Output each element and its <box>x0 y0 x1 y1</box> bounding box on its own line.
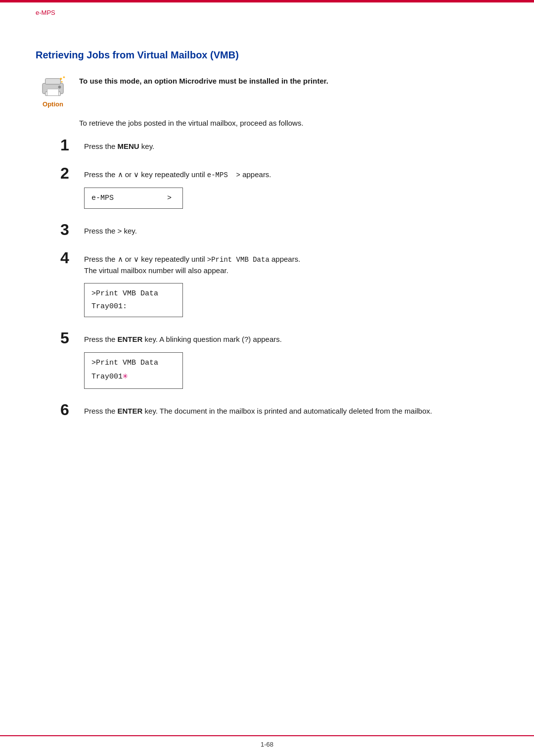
step-4-lcd: >Print VMB Data Tray001: <box>84 283 183 317</box>
option-notice-text: To use this mode, an option Microdrive m… <box>79 75 498 85</box>
step-5-lcd: >Print VMB Data Tray001✳ <box>84 352 183 389</box>
step-4-content: Press the ∧ or ∨ key repeatedly until >P… <box>84 252 498 323</box>
step-5: 5 Press the ENTER key. A blinking questi… <box>60 332 498 394</box>
option-label: Option <box>43 100 63 108</box>
step-5-lcd-line1: >Print VMB Data <box>91 357 176 370</box>
step-2-lcd-line1: e-MPS > <box>91 192 176 205</box>
top-rule <box>0 0 534 2</box>
step-1: 1 Press the MENU key. <box>60 139 498 157</box>
option-printer-icon: ✦ ✦ ✦ <box>39 75 67 99</box>
intro-text: To retrieve the jobs posted in the virtu… <box>79 119 498 127</box>
step-2: 2 Press the ∧ or ∨ key repeatedly until … <box>60 167 498 214</box>
page-number: 1-68 <box>0 741 534 748</box>
svg-text:✦: ✦ <box>60 80 63 84</box>
step-1-content: Press the MENU key. <box>84 139 498 157</box>
step-4: 4 Press the ∧ or ∨ key repeatedly until … <box>60 252 498 323</box>
svg-text:✦: ✦ <box>62 75 66 80</box>
step-2-content: Press the ∧ or ∨ key repeatedly until e-… <box>84 167 498 214</box>
option-icon-container: ✦ ✦ ✦ Option <box>36 75 70 108</box>
step-3-number: 3 <box>60 222 84 237</box>
step-6: 6 Press the ENTER key. The document in t… <box>60 404 498 422</box>
step-3-text: Press the > key. <box>84 226 498 237</box>
step-2-number: 2 <box>60 165 84 181</box>
main-content: Retrieving Jobs from Virtual Mailbox (VM… <box>36 49 498 431</box>
step-2-lcd: e-MPS > <box>84 188 183 209</box>
step-5-lcd-line2: Tray001✳ <box>91 369 176 384</box>
step-5-content: Press the ENTER key. A blinking question… <box>84 332 498 394</box>
step-6-text: Press the ENTER key. The document in the… <box>84 406 498 417</box>
step-3-content: Press the > key. <box>84 224 498 242</box>
section-title: Retrieving Jobs from Virtual Mailbox (VM… <box>36 49 498 61</box>
step-4-lcd-line1: >Print VMB Data <box>91 287 176 300</box>
step-4-number: 4 <box>60 250 84 266</box>
steps-container: 1 Press the MENU key. 2 Press the ∧ or ∨… <box>60 139 498 422</box>
svg-rect-3 <box>47 89 58 95</box>
step-6-content: Press the ENTER key. The document in the… <box>84 404 498 422</box>
step-4-lcd-line2: Tray001: <box>91 300 176 313</box>
bottom-rule <box>0 735 534 736</box>
svg-point-7 <box>58 86 61 89</box>
step-5-text: Press the ENTER key. A blinking question… <box>84 334 498 345</box>
step-4-text: Press the ∧ or ∨ key repeatedly until >P… <box>84 254 498 277</box>
step-1-text: Press the MENU key. <box>84 141 498 152</box>
step-5-number: 5 <box>60 330 84 346</box>
header-label: e-MPS <box>36 9 55 16</box>
step-2-text: Press the ∧ or ∨ key repeatedly until e-… <box>84 169 498 181</box>
blink-mark: ✳ <box>123 369 128 384</box>
step-1-number: 1 <box>60 137 84 153</box>
step-3: 3 Press the > key. <box>60 224 498 242</box>
option-block: ✦ ✦ ✦ Option To use this mode, an option… <box>36 75 498 108</box>
step-6-number: 6 <box>60 402 84 418</box>
